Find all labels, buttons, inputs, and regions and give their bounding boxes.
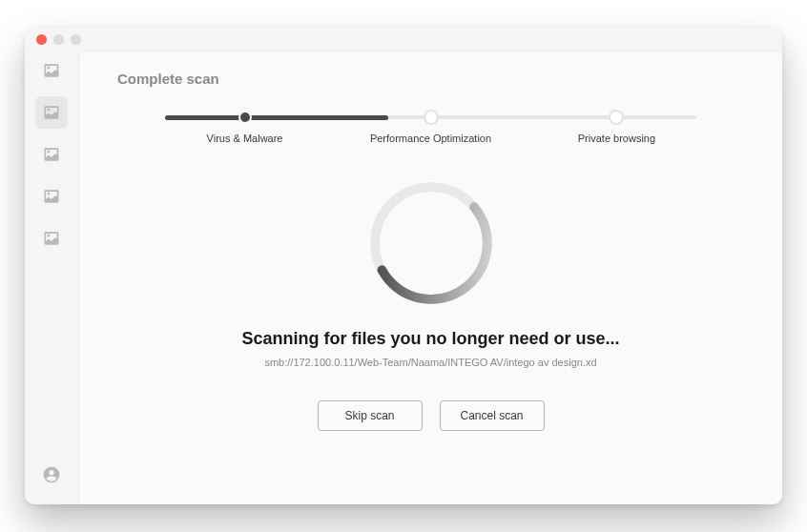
progress-stepper: Virus & Malware Performance Optimization… [117,113,744,148]
window-minimize-button[interactable] [53,34,64,45]
app-window: Complete scan Virus & Malwar [25,28,782,504]
step-node-2 [610,112,622,123]
skip-scan-button[interactable]: Skip scan [318,400,423,431]
scan-current-path: smb://172.100.0.11/Web-Team/Naama/INTEGO… [117,357,744,368]
cancel-scan-button[interactable]: Cancel scan [440,400,545,431]
window-zoom-button[interactable] [71,34,81,45]
stepper-labels: Virus & Malware Performance Optimization… [165,133,696,148]
spinner-icon [364,176,498,310]
step-label-2: Private browsing [578,133,655,144]
image-icon [42,103,61,122]
image-icon [42,145,61,164]
page-title: Complete scan [117,71,744,87]
stepper-track-fill [165,115,388,120]
step-node-1 [425,112,437,123]
main-panel: Complete scan Virus & Malwar [78,51,782,504]
scan-headline: Scanning for files you no longer need or… [117,329,744,349]
image-icon [42,187,61,206]
user-icon [42,465,61,484]
sidebar-user-button[interactable] [35,459,68,491]
step-node-0 [238,111,252,124]
sidebar-item-4[interactable] [35,222,68,255]
scan-status: Scanning for files you no longer need or… [117,329,744,431]
action-row: Skip scan Cancel scan [117,400,744,431]
step-label-1: Performance Optimization [370,133,491,144]
sidebar-item-2[interactable] [35,138,68,171]
image-icon [42,229,61,248]
stepper-track [165,113,696,121]
step-label-0: Virus & Malware [207,133,283,144]
step-dot-pending-icon [610,112,622,123]
titlebar [25,28,782,51]
window-close-button[interactable] [36,34,47,45]
sidebar-item-3[interactable] [35,180,68,213]
image-icon [42,61,61,80]
sidebar-item-1[interactable] [35,96,68,129]
spinner-container [117,176,744,310]
svg-point-1 [364,176,498,310]
app-body: Complete scan Virus & Malwar [25,51,782,504]
sidebar [25,51,78,504]
step-dot-done-icon [238,111,252,124]
sidebar-item-0[interactable] [35,54,68,87]
step-dot-current-icon [425,112,437,123]
